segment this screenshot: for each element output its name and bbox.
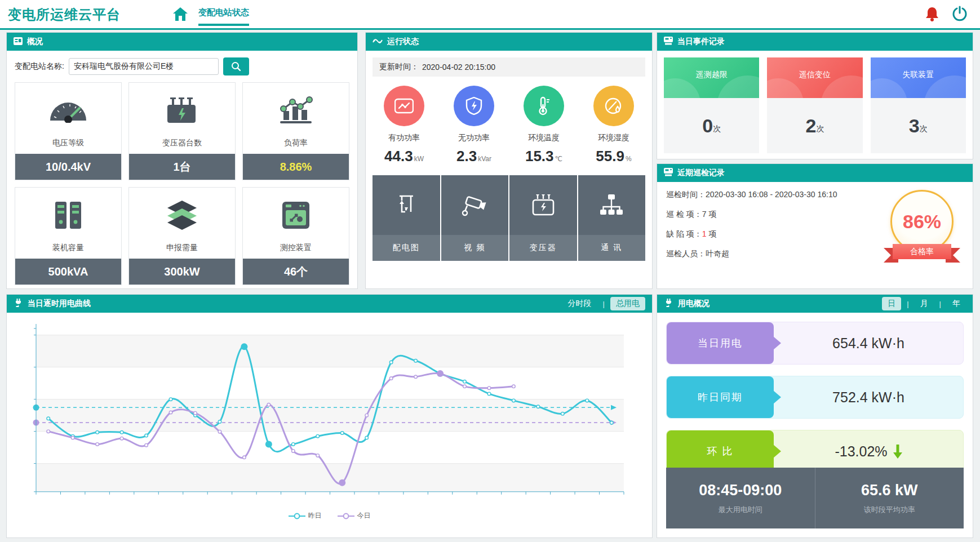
card-monitoring-devices: 测控装置 46个 bbox=[242, 187, 349, 285]
update-time-label: 更新时间： bbox=[379, 62, 419, 72]
events-panel-title: 当日事件记录 bbox=[677, 37, 725, 47]
event-unit: 次 bbox=[713, 124, 721, 134]
legend-item-yesterday[interactable]: 昨日 bbox=[289, 511, 322, 521]
avg-power-value: 65.6 kW bbox=[861, 482, 918, 499]
overview-panel-header: 概况 bbox=[7, 33, 357, 51]
defect-items-line: 缺 陷 项：1 项 bbox=[666, 229, 877, 239]
toggle-year[interactable]: 年 bbox=[947, 297, 966, 310]
card-value: 300kW bbox=[129, 259, 235, 285]
transformer-box-icon bbox=[509, 175, 577, 235]
thermometer-icon bbox=[524, 86, 564, 126]
running-status-panel: 运行状态 更新时间： 2020-04-02 20:15:00 有功功率 44.3… bbox=[365, 32, 653, 289]
usage-row-label: 当日用电 bbox=[667, 322, 774, 364]
update-time-bar: 更新时间： 2020-04-02 20:15:00 bbox=[373, 57, 645, 77]
card-label: 申报需量 bbox=[129, 243, 235, 253]
max-usage-time-label: 最大用电时间 bbox=[719, 505, 762, 515]
video-button[interactable]: 视 频 bbox=[441, 175, 509, 261]
card-value: 10/0.4kV bbox=[15, 154, 121, 180]
max-usage-time-value: 08:45-09:00 bbox=[699, 482, 782, 499]
usage-row-label: 昨日同期 bbox=[667, 376, 774, 418]
avg-power-cell: 65.6 kW 该时段平均功率 bbox=[815, 468, 964, 528]
card-label: 负荷率 bbox=[243, 138, 349, 148]
toggle-day[interactable]: 日 bbox=[882, 297, 901, 310]
event-card-label: 遥信变位 bbox=[767, 57, 862, 98]
record-icon bbox=[664, 168, 673, 178]
metric-unit: ℃ bbox=[555, 155, 562, 163]
toggle-total-usage[interactable]: 总用电 bbox=[610, 297, 645, 310]
event-card-signal-change: 遥信变位 2次 bbox=[767, 57, 862, 153]
inspector-line: 巡检人员：叶奇超 bbox=[666, 249, 877, 259]
pulse-icon bbox=[373, 37, 383, 46]
station-name-label: 变配电站名称: bbox=[15, 61, 64, 72]
overview-panel-title: 概况 bbox=[27, 37, 43, 47]
event-count: 0 bbox=[702, 115, 713, 137]
station-name-input[interactable] bbox=[69, 58, 219, 75]
legend-marker-yesterday bbox=[289, 513, 305, 519]
toggle-divider: | bbox=[907, 300, 908, 308]
hourly-usage-header: 当日逐时用电曲线 分时段 | 总用电 bbox=[7, 295, 652, 313]
card-label: 变压器台数 bbox=[129, 138, 235, 148]
top-bar: 变电所运维云平台 变配电站状态 bbox=[0, 0, 980, 30]
pass-rate-badge: 86% 合格率 bbox=[877, 190, 967, 269]
events-panel: 当日事件记录 遥测越限 0次 遥信变位 2次 失联装置 3次 bbox=[657, 32, 973, 159]
metric-unit: kVar bbox=[478, 155, 491, 163]
event-count: 2 bbox=[806, 115, 817, 137]
usage-row-today: 当日用电 654.4 kW·h bbox=[666, 322, 964, 365]
event-card-lost-devices: 失联装置 3次 bbox=[871, 57, 966, 153]
power-chart-icon bbox=[384, 86, 424, 126]
communication-button[interactable]: 通 讯 bbox=[578, 175, 646, 261]
layers-icon bbox=[129, 188, 235, 243]
event-card-label: 失联装置 bbox=[871, 57, 966, 98]
metric-value: 15.3 bbox=[525, 148, 554, 165]
running-button-label: 视 频 bbox=[441, 235, 509, 261]
card-value: 46个 bbox=[243, 259, 349, 285]
usage-footer: 08:45-09:00 最大用电时间 65.6 kW 该时段平均功率 bbox=[666, 468, 964, 528]
running-status-header: 运行状态 bbox=[366, 33, 652, 51]
card-value: 1台 bbox=[129, 154, 235, 180]
transformer-button[interactable]: 变压器 bbox=[509, 175, 577, 261]
legend-item-today[interactable]: 今日 bbox=[338, 511, 371, 521]
inspection-panel-header: 近期巡检记录 bbox=[657, 164, 973, 182]
event-card-telemetry-overlimit: 遥测越限 0次 bbox=[664, 57, 759, 153]
usage-overview-header: 用电概况 日 | 月 | 年 bbox=[657, 295, 973, 313]
metric-unit: kW bbox=[414, 155, 424, 163]
usage-row-value: -13.02% bbox=[835, 443, 887, 460]
card-declared-demand: 申报需量 300kW bbox=[128, 187, 236, 285]
card-label: 装机容量 bbox=[15, 243, 121, 253]
bell-icon[interactable] bbox=[925, 6, 939, 22]
metric-ambient-humidity: 环境湿度 55.9% bbox=[583, 86, 645, 165]
shield-bolt-icon bbox=[454, 86, 494, 126]
distribution-diagram-icon bbox=[373, 175, 440, 235]
metric-value: 55.9 bbox=[596, 148, 624, 165]
distribution-diagram-button[interactable]: 配电图 bbox=[373, 175, 440, 261]
usage-row-value: 752.4 kW·h bbox=[774, 389, 963, 406]
network-icon bbox=[578, 175, 646, 235]
card-voltage-level: 电压等级 10/0.4kV bbox=[15, 82, 122, 180]
usage-row-value: 654.4 kW·h bbox=[774, 335, 963, 352]
load-chart-icon bbox=[243, 83, 349, 138]
home-icon[interactable] bbox=[172, 6, 189, 22]
search-button[interactable] bbox=[223, 57, 249, 75]
metric-active-power: 有功功率 44.3kW bbox=[373, 86, 435, 165]
events-panel-header: 当日事件记录 bbox=[657, 33, 973, 51]
inspection-panel: 近期巡检记录 巡检时间：2020-03-30 16:08 - 2020-03-3… bbox=[657, 163, 973, 289]
card-value: 8.86% bbox=[243, 154, 349, 180]
update-time-value: 2020-04-02 20:15:00 bbox=[422, 63, 495, 72]
usage-row-ratio: 环 比 -13.02% bbox=[666, 430, 964, 473]
hourly-usage-panel: 当日逐时用电曲线 分时段 | 总用电 昨日 今日 bbox=[6, 294, 653, 538]
toggle-by-period[interactable]: 分时段 bbox=[562, 297, 597, 310]
inspection-panel-title: 近期巡检记录 bbox=[677, 168, 725, 178]
metric-reactive-power: 无功功率 2.3kVar bbox=[443, 86, 505, 165]
power-icon[interactable] bbox=[952, 6, 968, 21]
tab-station-status[interactable]: 变配电站状态 bbox=[198, 7, 249, 26]
metric-unit: % bbox=[626, 155, 632, 163]
metric-value: 2.3 bbox=[456, 148, 477, 165]
chart-legend: 昨日 今日 bbox=[7, 511, 652, 521]
usage-overview-title: 用电概况 bbox=[678, 299, 709, 309]
app-title: 变电所运维云平台 bbox=[8, 6, 121, 24]
dashboard: 变电所运维云平台 变配电站状态 概况 变配电站名称: bbox=[0, 0, 980, 542]
toggle-month[interactable]: 月 bbox=[915, 297, 934, 310]
toggle-divider: | bbox=[603, 300, 605, 308]
transformer-icon bbox=[129, 83, 235, 138]
card-label: 测控装置 bbox=[243, 243, 349, 253]
